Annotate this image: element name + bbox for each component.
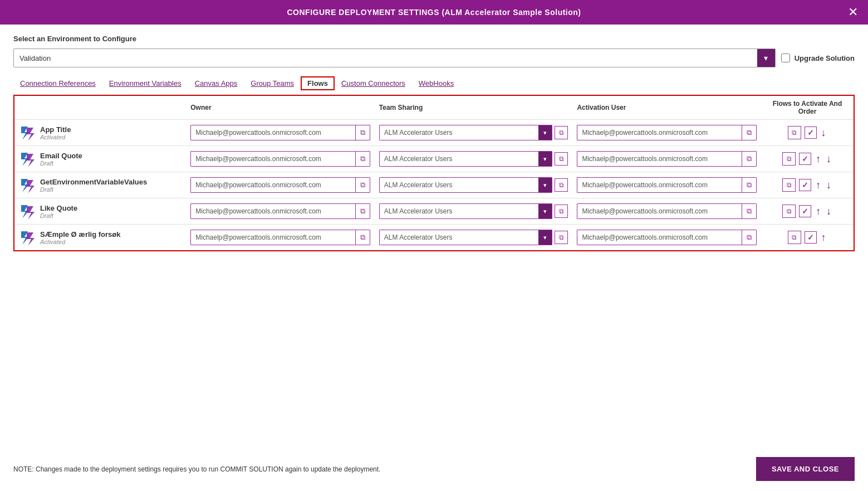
flow-icon — [19, 203, 36, 220]
sharing-select: ALM Accelerator Users ▾ — [379, 125, 553, 140]
svg-marker-9 — [27, 232, 35, 246]
order-up-button[interactable]: ↑ — [815, 180, 822, 190]
activation-user-copy-button[interactable]: ⧉ — [742, 178, 756, 192]
owner-copy-button[interactable]: ⧉ — [355, 125, 370, 140]
order-copy-button[interactable]: ⧉ — [782, 152, 796, 166]
col-header-owner: Owner — [186, 96, 375, 120]
sharing-copy-button[interactable]: ⧉ — [555, 231, 568, 244]
owner-value: Michaelp@powercattools.onmicrosoft.com — [191, 126, 355, 139]
order-checkbox-button[interactable]: ✓ — [799, 179, 811, 191]
activation-user-copy-button[interactable]: ⧉ — [742, 152, 756, 166]
sharing-copy-button[interactable]: ⧉ — [555, 126, 568, 139]
activation-user-field: Michaelp@powercattools.onmicrosoft.com ⧉ — [577, 230, 757, 245]
svg-marker-7 — [27, 206, 35, 220]
tabs-bar: Connection ReferencesEnvironment Variabl… — [13, 76, 855, 90]
owner-value: Michaelp@powercattools.onmicrosoft.com — [191, 231, 355, 244]
flows-table: Owner Team Sharing Activation User Flows… — [14, 96, 854, 250]
dialog-body: Select an Environment to Configure Valid… — [0, 25, 868, 251]
flow-title: SÆmple Ø ærlig forsøk — [40, 230, 120, 239]
sharing-dropdown-button[interactable]: ▾ — [538, 230, 552, 245]
owner-copy-button[interactable]: ⧉ — [355, 230, 370, 245]
order-copy-button[interactable]: ⧉ — [788, 231, 801, 244]
activation-user-field: Michaelp@powercattools.onmicrosoft.com ⧉ — [577, 125, 757, 140]
upgrade-solution-wrap: Upgrade Solution — [781, 54, 855, 62]
sharing-dropdown-button[interactable]: ▾ — [538, 178, 552, 192]
order-up-button[interactable]: ↑ — [815, 154, 822, 164]
order-copy-button[interactable]: ⧉ — [782, 205, 796, 218]
flow-status: Draft — [40, 186, 147, 193]
order-cell: ⧉ ✓ ↓ — [766, 126, 849, 139]
flow-icon — [19, 124, 36, 141]
order-cell: ⧉ ✓ ↑↓ — [766, 152, 849, 166]
flow-status: Activated — [40, 134, 71, 140]
activation-user-value: Michaelp@powercattools.onmicrosoft.com — [577, 231, 742, 244]
upgrade-solution-checkbox[interactable] — [781, 54, 790, 62]
sharing-dropdown-button[interactable]: ▾ — [538, 125, 552, 140]
table-row: Email Quote Draft Michaelp@powercattools… — [14, 146, 854, 172]
activation-user-copy-button[interactable]: ⧉ — [742, 204, 756, 218]
order-up-button[interactable]: ↑ — [815, 206, 822, 216]
sharing-cell: ALM Accelerator Users ▾ ⧉ — [379, 203, 568, 219]
env-row: Validation ▾ Upgrade Solution — [13, 48, 855, 67]
order-up-button[interactable]: ↑ — [820, 232, 827, 242]
sharing-select: ALM Accelerator Users ▾ — [379, 177, 553, 193]
order-copy-button[interactable]: ⧉ — [782, 178, 796, 192]
flow-status: Draft — [40, 212, 77, 219]
order-down-button[interactable]: ↓ — [825, 180, 832, 190]
tab-custom-connectors[interactable]: Custom Connectors — [335, 76, 412, 90]
order-cell: ⧉ ✓ ↑ — [766, 231, 849, 244]
order-cell: ⧉ ✓ ↑↓ — [766, 205, 849, 218]
upgrade-solution-label: Upgrade Solution — [795, 54, 855, 62]
sharing-value: ALM Accelerator Users — [380, 231, 539, 244]
tab-environment-variables[interactable]: Environment Variables — [102, 76, 188, 90]
order-checkbox-button[interactable]: ✓ — [805, 231, 817, 244]
order-checkbox-button[interactable]: ✓ — [799, 205, 811, 217]
close-button[interactable]: ✕ — [848, 6, 858, 18]
col-header-activation: Activation User — [572, 96, 761, 120]
owner-copy-button[interactable]: ⧉ — [355, 152, 370, 166]
tab-webhooks[interactable]: WebHooks — [412, 76, 460, 90]
owner-copy-button[interactable]: ⧉ — [355, 178, 370, 192]
activation-user-value: Michaelp@powercattools.onmicrosoft.com — [577, 178, 742, 192]
flow-title: Email Quote — [40, 152, 82, 160]
sharing-dropdown-button[interactable]: ▾ — [538, 204, 552, 218]
table-row: GetEnvironmentVariableValues Draft Micha… — [14, 172, 854, 198]
table-row: App Title Activated Michaelp@powercattoo… — [14, 120, 854, 146]
order-down-button[interactable]: ↓ — [820, 128, 827, 138]
dialog-title: CONFIGURE DEPLOYMENT SETTINGS (ALM Accel… — [287, 8, 581, 17]
svg-marker-1 — [27, 128, 35, 141]
col-header-flow — [14, 96, 186, 120]
order-checkbox-button[interactable]: ✓ — [805, 127, 817, 139]
activation-user-copy-button[interactable]: ⧉ — [742, 125, 756, 140]
tab-canvas-apps[interactable]: Canvas Apps — [188, 76, 244, 90]
flow-title: App Title — [40, 125, 71, 134]
table-row: Like Quote Draft Michaelp@powercattools.… — [14, 198, 854, 225]
order-checkbox-button[interactable]: ✓ — [799, 153, 811, 165]
sharing-value: ALM Accelerator Users — [380, 205, 539, 218]
owner-copy-button[interactable]: ⧉ — [355, 204, 370, 218]
activation-user-field: Michaelp@powercattools.onmicrosoft.com ⧉ — [577, 203, 757, 219]
tab-connection-references[interactable]: Connection References — [13, 76, 102, 90]
order-down-button[interactable]: ↓ — [825, 206, 832, 216]
activation-user-value: Michaelp@powercattools.onmicrosoft.com — [577, 152, 742, 166]
activation-user-copy-button[interactable]: ⧉ — [742, 230, 756, 245]
tab-flows[interactable]: Flows — [301, 76, 335, 90]
sharing-cell: ALM Accelerator Users ▾ ⧉ — [379, 230, 568, 245]
owner-value: Michaelp@powercattools.onmicrosoft.com — [191, 178, 355, 192]
activation-user-value: Michaelp@powercattools.onmicrosoft.com — [577, 205, 742, 218]
owner-value: Michaelp@powercattools.onmicrosoft.com — [191, 205, 355, 218]
sharing-select: ALM Accelerator Users ▾ — [379, 230, 553, 245]
order-copy-button[interactable]: ⧉ — [788, 126, 801, 139]
flow-title: GetEnvironmentVariableValues — [40, 178, 147, 186]
sharing-copy-button[interactable]: ⧉ — [555, 152, 568, 166]
sharing-cell: ALM Accelerator Users ▾ ⧉ — [379, 151, 568, 167]
sharing-cell: ALM Accelerator Users ▾ ⧉ — [379, 125, 568, 140]
order-down-button[interactable]: ↓ — [825, 154, 832, 164]
tab-group-teams[interactable]: Group Teams — [244, 76, 301, 90]
sharing-dropdown-button[interactable]: ▾ — [538, 152, 552, 166]
flow-icon — [19, 150, 36, 167]
sharing-copy-button[interactable]: ⧉ — [555, 178, 568, 192]
sharing-copy-button[interactable]: ⧉ — [555, 205, 568, 218]
owner-field: Michaelp@powercattools.onmicrosoft.com ⧉ — [190, 125, 370, 140]
env-dropdown-button[interactable]: ▾ — [757, 49, 775, 67]
